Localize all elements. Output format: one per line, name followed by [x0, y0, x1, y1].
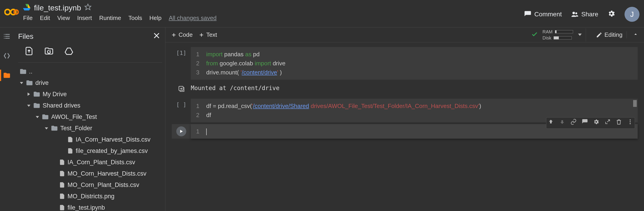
code-input[interactable]: 1	[191, 124, 638, 139]
settings-button[interactable]	[607, 10, 616, 19]
tree-file-png[interactable]: MO_Districts.png	[18, 190, 162, 202]
star-icon[interactable]	[84, 4, 92, 12]
cell-toolbar	[546, 117, 635, 129]
tree-drive[interactable]: drive	[18, 77, 162, 89]
ram-meter	[555, 30, 573, 33]
svg-point-21	[630, 123, 631, 124]
menu-bar: File Edit View Insert Runtime Tools Help…	[23, 13, 524, 24]
share-label: Share	[581, 11, 598, 18]
svg-marker-10	[65, 48, 72, 55]
tree-file-moharv[interactable]: MO_Corn_Harvest_Dists.csv	[18, 168, 162, 179]
collapse-header-button[interactable]	[633, 31, 638, 39]
menu-insert[interactable]: Insert	[77, 15, 92, 22]
left-rail	[0, 28, 14, 211]
code-input[interactable]: 1import pandas as pd 2from google.colab …	[191, 47, 638, 80]
connection-status[interactable]: RAM Disk	[528, 28, 586, 42]
svg-marker-13	[27, 105, 30, 107]
files-panel: Files .. drive My Drive Shared drives AW…	[14, 28, 166, 211]
move-down-icon	[559, 118, 565, 127]
cell-output: Mounted at /content/drive	[172, 81, 638, 99]
svg-point-9	[575, 13, 578, 15]
run-cell-button[interactable]	[176, 126, 186, 136]
cell-exec-count: [ ]	[172, 99, 191, 122]
menu-help[interactable]: Help	[149, 15, 161, 22]
menu-view[interactable]: View	[57, 15, 70, 22]
comment-button[interactable]: Comment	[524, 11, 562, 18]
refresh-icon[interactable]	[44, 47, 54, 57]
code-cell-active[interactable]: 1	[172, 124, 638, 139]
tree-testfolder[interactable]: Test_Folder	[18, 122, 162, 134]
mirror-in-tab-icon[interactable]	[604, 118, 611, 127]
svg-point-8	[572, 12, 575, 14]
disk-meter	[554, 36, 572, 40]
svg-point-19	[630, 120, 631, 121]
add-comment-icon[interactable]	[582, 118, 588, 127]
svg-point-0	[5, 9, 10, 15]
svg-marker-6	[23, 8, 30, 11]
output-icon[interactable]	[178, 85, 185, 94]
code-cell[interactable]: [1] 1import pandas as pd 2from google.co…	[172, 47, 638, 80]
chevron-down-icon[interactable]	[578, 32, 582, 38]
colab-logo[interactable]	[4, 4, 20, 20]
cell-exec-count: [1]	[172, 47, 191, 80]
tree-file-moplant[interactable]: MO_Corn_Plant_Dists.csv	[18, 179, 162, 190]
svg-marker-7	[85, 4, 91, 10]
upload-icon[interactable]	[24, 47, 34, 57]
avatar[interactable]: J	[624, 7, 640, 22]
link-icon[interactable]	[570, 118, 577, 127]
ram-label: RAM	[542, 29, 552, 35]
menu-file[interactable]: File	[23, 15, 33, 22]
tree-mydrive[interactable]: My Drive	[18, 89, 162, 100]
toc-icon[interactable]	[3, 33, 11, 42]
svg-marker-16	[578, 34, 582, 36]
comment-label: Comment	[534, 11, 562, 18]
save-status[interactable]: All changes saved	[169, 15, 217, 22]
add-text-button[interactable]: Text	[198, 31, 217, 38]
move-up-icon[interactable]	[548, 118, 554, 127]
tree-file-james[interactable]: file_created_by_james.csv	[18, 145, 162, 156]
header: file_test.ipynb File Edit View Insert Ru…	[0, 0, 644, 27]
notebook-area: Code Text RAM Disk Editing [1]	[166, 28, 644, 211]
notebook-toolbar: Code Text RAM Disk Editing	[166, 28, 644, 43]
tree-awol[interactable]: AWOL_File_Test	[18, 111, 162, 122]
disk-label: Disk	[542, 35, 551, 41]
files-icon[interactable]	[3, 72, 11, 81]
snippets-icon[interactable]	[3, 52, 11, 61]
mount-drive-icon[interactable]	[64, 47, 74, 57]
tree-up[interactable]: ..	[18, 66, 162, 77]
drive-icon	[23, 3, 31, 13]
check-icon	[531, 31, 538, 39]
svg-marker-5	[28, 4, 30, 8]
file-tree: .. drive My Drive Shared drives AWOL_Fil…	[18, 66, 162, 211]
cell-settings-icon[interactable]	[593, 118, 599, 127]
tree-file-plant[interactable]: IA_Corn_Plant_Dists.csv	[18, 156, 162, 168]
svg-marker-18	[180, 130, 183, 133]
svg-marker-14	[36, 116, 39, 118]
notebook-filename[interactable]: file_test.ipynb	[34, 4, 81, 12]
menu-edit[interactable]: Edit	[40, 15, 50, 22]
svg-marker-15	[45, 127, 48, 129]
tree-file-nb[interactable]: file_test.ipynb	[18, 202, 162, 211]
share-button[interactable]: Share	[571, 11, 598, 18]
svg-point-20	[630, 121, 631, 122]
menu-runtime[interactable]: Runtime	[99, 15, 121, 22]
files-panel-title: Files	[18, 32, 34, 41]
editing-mode-button[interactable]: Editing	[592, 31, 627, 38]
menu-tools[interactable]: Tools	[128, 15, 142, 22]
add-code-button[interactable]: Code	[171, 31, 192, 38]
svg-marker-12	[28, 93, 30, 96]
svg-marker-11	[20, 82, 23, 84]
output-text: Mounted at /content/drive	[191, 85, 280, 94]
tree-shared[interactable]: Shared drives	[18, 100, 162, 111]
tree-file-harvest[interactable]: IA_Corn_Harvest_Dists.csv	[18, 134, 162, 145]
close-icon[interactable]	[152, 32, 161, 41]
delete-cell-icon[interactable]	[616, 118, 622, 127]
more-icon[interactable]	[627, 118, 633, 127]
